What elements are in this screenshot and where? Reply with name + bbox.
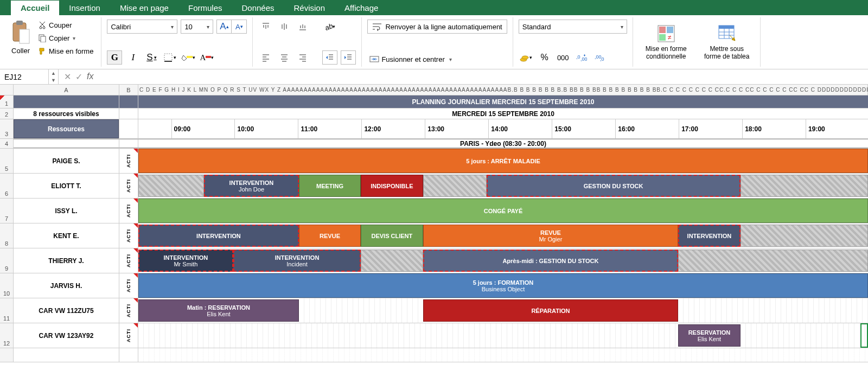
- name-box[interactable]: EJ12: [0, 69, 49, 84]
- col-header-B[interactable]: B: [119, 85, 138, 95]
- tab-revision[interactable]: Révision: [284, 1, 335, 15]
- copy-button[interactable]: Copier▾: [36, 33, 95, 43]
- tab-insertion[interactable]: Insertion: [59, 1, 110, 15]
- row-header[interactable]: 10: [0, 273, 14, 298]
- tab-mise-en-page[interactable]: Mise en page: [110, 1, 178, 15]
- gantt-track: 5 jours : ARRÊT MALADIE: [138, 149, 868, 173]
- align-top-button[interactable]: [258, 20, 273, 34]
- gantt-event[interactable]: INTERVENTIONIncident: [233, 250, 361, 272]
- merge-center-button[interactable]: Fusionner et centrer▾: [367, 54, 454, 65]
- paste-label: Coller: [11, 47, 30, 55]
- row-header[interactable]: 3: [0, 119, 14, 138]
- gantt-event[interactable]: MEETING: [299, 175, 361, 197]
- svg-rect-46: [659, 27, 666, 33]
- orientation-button[interactable]: ab▾: [322, 20, 337, 34]
- gantt-event[interactable]: INTERVENTION: [678, 225, 740, 247]
- tab-donnees[interactable]: Données: [232, 1, 284, 15]
- cancel-formula-icon[interactable]: ✕: [64, 72, 71, 82]
- gantt-event[interactable]: Après-midi : GESTION DU STOCK: [423, 250, 679, 272]
- col-header-A[interactable]: A: [14, 85, 119, 95]
- gantt-track: INTERVENTIONJohn DoeMEETINGINDISPONIBLEG…: [138, 174, 868, 198]
- resource-name: JARVIS H.: [14, 273, 119, 298]
- svg-text:,0: ,0: [576, 54, 580, 60]
- bold-button[interactable]: G: [107, 50, 122, 65]
- accept-formula-icon[interactable]: ✓: [75, 72, 82, 82]
- increase-decimal-button[interactable]: ,0,00: [574, 50, 589, 65]
- row-header[interactable]: 8: [0, 223, 14, 248]
- col-header-rest[interactable]: C D E F G H I J K L MN O P Q R S T UV WX…: [138, 85, 868, 95]
- underline-button[interactable]: S▾: [144, 50, 159, 65]
- align-left-button[interactable]: [258, 50, 273, 65]
- fill-color-button[interactable]: ▾: [181, 50, 196, 65]
- format-painter-button[interactable]: Mise en forme: [36, 46, 95, 56]
- svg-rect-2: [20, 29, 29, 43]
- select-all-corner[interactable]: [0, 85, 14, 95]
- tab-formules[interactable]: Formules: [178, 1, 232, 15]
- font-size-dropdown[interactable]: 10▾: [181, 20, 213, 34]
- row-header[interactable]: 6: [0, 174, 14, 198]
- number-format-dropdown[interactable]: Standard▾: [519, 20, 627, 34]
- time-label: 09:00: [171, 119, 191, 138]
- time-label: 10:00: [234, 119, 254, 138]
- increase-font-button[interactable]: A▴: [216, 20, 232, 34]
- wrap-text-button[interactable]: Renvoyer à la ligne automatiquement: [367, 20, 507, 34]
- decrease-decimal-button[interactable]: ,00,0: [592, 50, 608, 65]
- align-bottom-button[interactable]: [295, 20, 310, 34]
- gantt-event[interactable]: RÉPARATION: [423, 299, 679, 322]
- svg-text:,00: ,00: [580, 56, 587, 62]
- time-label: 14:00: [488, 119, 508, 138]
- italic-button[interactable]: I: [125, 50, 141, 65]
- gantt-event[interactable]: INTERVENTIONMr Smith: [138, 250, 233, 272]
- gantt-event[interactable]: 5 jours : FORMATIONBusiness Object: [138, 273, 868, 298]
- planning-title: PLANNING JOURNALIER MERCREDI 15 SEPTEMBR…: [138, 95, 868, 108]
- align-center-button[interactable]: [277, 50, 292, 65]
- row-header[interactable]: 4: [0, 139, 14, 148]
- row-header[interactable]: 11: [0, 298, 14, 323]
- borders-button[interactable]: ▾: [162, 50, 177, 65]
- row-header[interactable]: 12: [0, 323, 14, 348]
- percent-button[interactable]: %: [537, 50, 552, 65]
- cut-button[interactable]: Couper: [36, 20, 95, 30]
- ribbon-tabs: Accueil Insertion Mise en page Formules …: [0, 0, 868, 15]
- align-right-button[interactable]: [295, 50, 310, 65]
- fx-icon[interactable]: fx: [87, 72, 93, 82]
- gantt-event[interactable]: 5 jours : ARRÊT MALADIE: [138, 149, 868, 173]
- row-header[interactable]: 7: [0, 199, 14, 223]
- gantt-event[interactable]: CONGÉ PAYÉ: [138, 199, 868, 223]
- row-header[interactable]: 9: [0, 248, 14, 273]
- font-name-dropdown[interactable]: Calibri▾: [107, 20, 177, 34]
- svg-rect-5: [164, 54, 172, 61]
- gantt-track: RESERVATIONElis Kent: [138, 323, 868, 348]
- gantt-event[interactable]: DEVIS CLIENT: [361, 225, 423, 247]
- spreadsheet-grid[interactable]: 1 PLANNING JOURNALIER MERCREDI 15 SEPTEM…: [0, 95, 868, 362]
- font-color-button[interactable]: A▾: [199, 50, 214, 65]
- paste-icon[interactable]: [10, 20, 31, 46]
- conditional-formatting-button[interactable]: ≠ Mise en forme conditionnelle: [639, 22, 694, 62]
- increase-indent-button[interactable]: [341, 50, 356, 65]
- gantt-event[interactable]: REVUE: [299, 225, 361, 247]
- gantt-event[interactable]: INTERVENTION: [138, 225, 299, 247]
- gantt-event[interactable]: RESERVATIONElis Kent: [678, 324, 740, 347]
- row-header[interactable]: 2: [0, 108, 14, 119]
- decrease-font-button[interactable]: A▾: [232, 20, 247, 34]
- align-middle-button[interactable]: [277, 20, 292, 34]
- format-as-table-button[interactable]: Mettre sous forme de tablea: [699, 22, 755, 62]
- gantt-event[interactable]: INTERVENTIONJohn Doe: [204, 175, 299, 197]
- gantt-event[interactable]: INDISPONIBLE: [361, 175, 423, 197]
- row-header[interactable]: [0, 348, 14, 362]
- gantt-event[interactable]: GESTION DU STOCK: [487, 175, 741, 197]
- resource-name: THIERRY J.: [14, 248, 119, 273]
- gantt-event[interactable]: REVUEMr Ogier: [423, 225, 679, 247]
- column-headers[interactable]: A B C D E F G H I J K L MN O P Q R S T U…: [0, 85, 868, 95]
- acti-cell: ACTI: [119, 174, 138, 198]
- resource-name: CAR VW 123AY92: [14, 323, 119, 348]
- resource-name: CAR VW 112ZU75: [14, 298, 119, 323]
- currency-button[interactable]: ▾: [519, 50, 534, 65]
- tab-affichage[interactable]: Affichage: [335, 1, 388, 15]
- decrease-indent-button[interactable]: [322, 50, 337, 65]
- namebox-spinner[interactable]: ▲▼: [49, 69, 59, 84]
- thousands-button[interactable]: 000: [556, 50, 571, 65]
- tab-accueil[interactable]: Accueil: [11, 1, 59, 15]
- gantt-event[interactable]: Matin : RESERVATIONElis Kent: [138, 299, 299, 322]
- row-header[interactable]: 5: [0, 149, 14, 173]
